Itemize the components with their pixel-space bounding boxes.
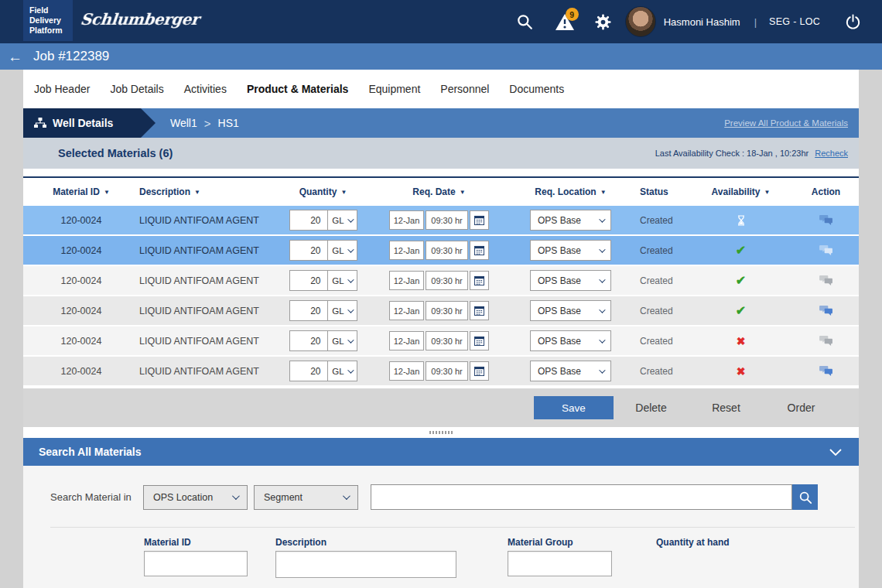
preview-all-link[interactable]: Preview All Product & Materials bbox=[724, 118, 848, 128]
reset-button[interactable]: Reset bbox=[689, 402, 764, 414]
calendar-button[interactable] bbox=[470, 241, 489, 260]
gear-icon[interactable] bbox=[588, 6, 619, 37]
req-location-select[interactable]: OPS Base bbox=[530, 300, 611, 321]
column-label: Availability bbox=[712, 186, 761, 197]
segment-select[interactable]: Segment bbox=[254, 485, 358, 510]
search-all-materials-bar[interactable]: Search All Materials bbox=[23, 438, 859, 466]
status-text: Created bbox=[631, 366, 689, 377]
sort-icon[interactable]: ▼ bbox=[194, 189, 200, 196]
comment-icon[interactable] bbox=[819, 305, 833, 316]
calendar-button[interactable] bbox=[470, 361, 489, 381]
search-button[interactable] bbox=[792, 484, 818, 510]
save-button[interactable]: Save bbox=[534, 396, 614, 419]
calendar-button[interactable] bbox=[470, 331, 489, 350]
req-time-input[interactable]: 09:30 hr bbox=[426, 241, 468, 260]
splitter-drag-handle[interactable] bbox=[429, 431, 453, 434]
well-details-chip[interactable]: Well Details bbox=[23, 108, 141, 138]
calendar-button[interactable] bbox=[470, 271, 489, 290]
sort-icon[interactable]: ▼ bbox=[600, 189, 607, 196]
job-bar: ← Job #122389 bbox=[0, 43, 882, 70]
tab-product-materials[interactable]: Product & Materials bbox=[247, 83, 348, 95]
sort-icon[interactable]: ▼ bbox=[460, 189, 466, 196]
chevron-down-icon bbox=[347, 246, 354, 252]
sort-icon[interactable]: ▼ bbox=[340, 189, 347, 196]
table-row[interactable]: 120-0024 LIQUID ANTIFOAM AGENT GL 12-Jan… bbox=[23, 326, 859, 357]
quantity-input[interactable] bbox=[289, 361, 328, 381]
comment-icon[interactable] bbox=[819, 335, 833, 347]
tab-activities[interactable]: Activities bbox=[184, 83, 227, 95]
breadcrumb-well[interactable]: Well1 bbox=[170, 117, 197, 129]
tab-documents[interactable]: Documents bbox=[509, 83, 564, 95]
unit-select[interactable]: GL bbox=[328, 361, 357, 381]
calendar-button[interactable] bbox=[470, 301, 489, 320]
req-date-input[interactable]: 12-Jan bbox=[389, 271, 424, 290]
material_group-input[interactable] bbox=[508, 551, 612, 576]
req-date-input[interactable]: 12-Jan bbox=[389, 301, 424, 320]
unit-select[interactable]: GL bbox=[328, 210, 357, 231]
req-location-select[interactable]: OPS Base bbox=[530, 270, 611, 291]
req-time-input[interactable]: 09:30 hr bbox=[426, 210, 468, 230]
power-icon[interactable] bbox=[837, 6, 868, 37]
req-date-input[interactable]: 12-Jan bbox=[389, 241, 424, 260]
req-date-input[interactable]: 12-Jan bbox=[389, 210, 424, 230]
req-location-select[interactable]: OPS Base bbox=[530, 330, 611, 351]
screen: Field Delivery Platform Schlumberger 9 H… bbox=[0, 0, 882, 588]
field-quantity_at_hand: Quantity at hand bbox=[656, 537, 764, 578]
chevron-down-icon[interactable] bbox=[829, 449, 842, 456]
tab-personnel[interactable]: Personnel bbox=[440, 83, 489, 95]
column-header-quantity[interactable]: Quantity▼ bbox=[279, 186, 368, 197]
back-arrow-icon[interactable]: ← bbox=[8, 50, 22, 64]
unit-select[interactable]: GL bbox=[328, 300, 357, 321]
req-time-input[interactable]: 09:30 hr bbox=[426, 331, 468, 350]
tab-equipment[interactable]: Equipment bbox=[368, 83, 420, 95]
table-row[interactable]: 120-0024 LIQUID ANTIFOAM AGENT GL 12-Jan… bbox=[23, 206, 859, 236]
req-location-select[interactable]: OPS Base bbox=[530, 361, 611, 381]
quantity-input[interactable] bbox=[289, 210, 328, 231]
material_id-input[interactable] bbox=[144, 551, 248, 576]
req-location-select[interactable]: OPS Base bbox=[530, 240, 611, 261]
user-avatar[interactable] bbox=[625, 6, 656, 37]
alerts-icon[interactable]: 9 bbox=[549, 6, 580, 37]
unit-select[interactable]: GL bbox=[328, 330, 357, 351]
quantity-input[interactable] bbox=[289, 300, 328, 321]
sort-icon[interactable]: ▼ bbox=[764, 189, 771, 196]
quantity-input[interactable] bbox=[289, 240, 328, 261]
table-row[interactable]: 120-0024 LIQUID ANTIFOAM AGENT GL 12-Jan… bbox=[23, 266, 859, 296]
comment-icon[interactable] bbox=[819, 214, 833, 226]
req-time-input[interactable]: 09:30 hr bbox=[426, 361, 468, 381]
tab-job-details[interactable]: Job Details bbox=[110, 83, 163, 95]
ops-location-select[interactable]: OPS Location bbox=[143, 485, 248, 510]
unit-select[interactable]: GL bbox=[328, 240, 357, 261]
table-row[interactable]: 120-0024 LIQUID ANTIFOAM AGENT GL 12-Jan… bbox=[23, 357, 859, 387]
table-row[interactable]: 120-0024 LIQUID ANTIFOAM AGENT GL 12-Jan… bbox=[23, 236, 859, 266]
sort-icon[interactable]: ▼ bbox=[104, 189, 110, 196]
quantity-input[interactable] bbox=[289, 270, 328, 291]
search-icon[interactable] bbox=[509, 6, 540, 37]
column-header-availability[interactable]: Availability▼ bbox=[689, 186, 793, 197]
table-row[interactable]: 120-0024 LIQUID ANTIFOAM AGENT GL 12-Jan… bbox=[23, 296, 859, 326]
breadcrumb-wellbore[interactable]: HS1 bbox=[218, 117, 239, 129]
description-input[interactable] bbox=[275, 551, 456, 578]
notification-badge: 9 bbox=[566, 8, 579, 21]
comment-icon[interactable] bbox=[819, 365, 833, 377]
search-query-input[interactable] bbox=[371, 484, 792, 510]
column-header-location[interactable]: Req. Location▼ bbox=[511, 186, 631, 197]
calendar-button[interactable] bbox=[470, 210, 489, 230]
column-header-material[interactable]: Material ID▼ bbox=[23, 186, 139, 197]
column-header-description[interactable]: Description▼ bbox=[139, 186, 279, 197]
comment-icon[interactable] bbox=[819, 275, 833, 286]
req-date-input[interactable]: 12-Jan bbox=[389, 361, 424, 381]
column-header-date[interactable]: Req. Date▼ bbox=[368, 186, 511, 197]
order-button[interactable]: Order bbox=[764, 402, 839, 414]
req-time-input[interactable]: 09:30 hr bbox=[426, 301, 468, 320]
req-location-select[interactable]: OPS Base bbox=[530, 210, 611, 231]
tab-job-header[interactable]: Job Header bbox=[34, 83, 90, 95]
req-time-input[interactable]: 09:30 hr bbox=[426, 271, 468, 290]
delete-button[interactable]: Delete bbox=[614, 402, 689, 414]
req-date-input[interactable]: 12-Jan bbox=[389, 331, 424, 350]
recheck-link[interactable]: Recheck bbox=[815, 149, 848, 158]
unit-select[interactable]: GL bbox=[328, 270, 357, 291]
quantity-input[interactable] bbox=[289, 330, 328, 351]
chevron-down-icon bbox=[599, 216, 605, 222]
comment-icon[interactable] bbox=[819, 244, 833, 256]
